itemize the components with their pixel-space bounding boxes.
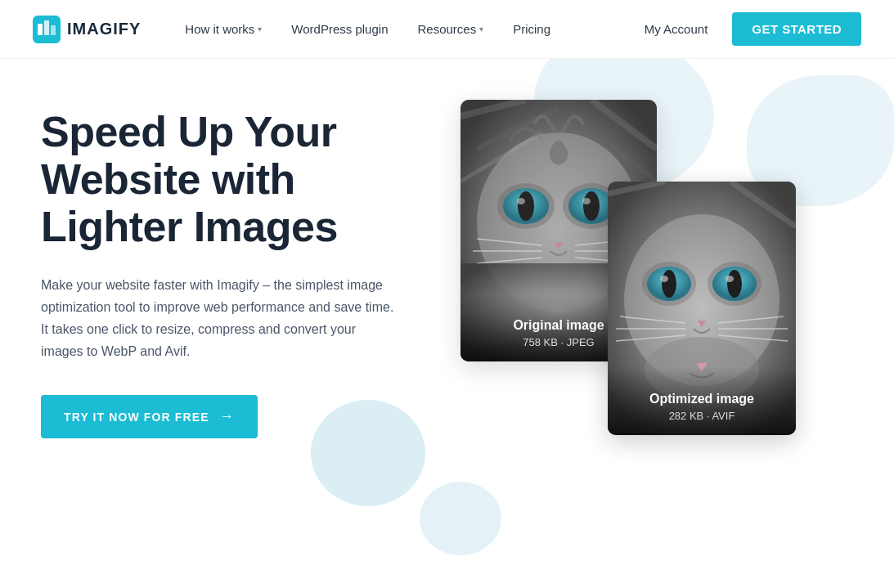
nav-link-resources[interactable]: Resources ▾ — [406, 16, 495, 43]
optimized-image-meta: 282 KB · AVIF — [621, 410, 783, 422]
nav-link-how-it-works[interactable]: How it works ▾ — [173, 16, 273, 43]
nav-right: My Account GET STARTED — [633, 12, 861, 46]
logo-text: IMAGIFY — [67, 20, 141, 38]
svg-rect-1 — [38, 24, 43, 35]
optimized-image-label: Optimized image 282 KB · AVIF — [608, 367, 796, 435]
hero-content: Speed Up Your Website with Lighter Image… — [41, 108, 434, 438]
svg-point-24 — [497, 183, 555, 229]
try-free-button[interactable]: TRY IT NOW FOR FREE → — [41, 395, 258, 438]
get-started-button[interactable]: GET STARTED — [732, 12, 861, 46]
hero-title: Speed Up Your Website with Lighter Image… — [41, 108, 434, 251]
nav-links: How it works ▾ WordPress plugin Resource… — [173, 16, 632, 43]
optimized-image-title: Optimized image — [621, 392, 783, 406]
hero-subtitle: Make your website faster with Imagify – … — [41, 274, 401, 363]
navbar: IMAGIFY How it works ▾ WordPress plugin … — [0, 0, 894, 59]
svg-point-43 — [708, 262, 761, 306]
logo[interactable]: IMAGIFY — [33, 16, 141, 43]
svg-rect-2 — [44, 20, 49, 35]
imagify-logo-icon — [33, 16, 61, 43]
chevron-down-icon: ▾ — [258, 25, 262, 34]
hero-section: Speed Up Your Website with Lighter Image… — [0, 59, 894, 588]
optimized-image-card: Optimized image 282 KB · AVIF — [608, 182, 796, 435]
svg-rect-3 — [51, 25, 56, 35]
svg-point-42 — [642, 262, 696, 306]
arrow-icon: → — [219, 408, 235, 425]
chevron-down-icon: ▾ — [479, 25, 483, 34]
my-account-link[interactable]: My Account — [633, 16, 720, 43]
nav-link-wordpress-plugin[interactable]: WordPress plugin — [280, 16, 399, 43]
image-comparison-area: Original image 758 KB · JPEG — [436, 75, 845, 566]
nav-link-pricing[interactable]: Pricing — [501, 16, 562, 43]
try-free-label: TRY IT NOW FOR FREE — [64, 411, 209, 424]
